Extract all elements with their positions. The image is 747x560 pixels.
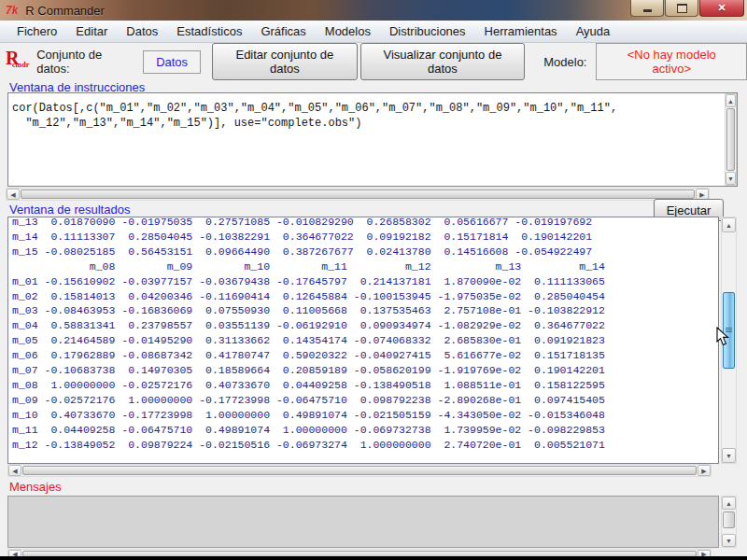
script-window[interactable]: cor(Datos[,c("m_01","m_02","m_03","m_04"…: [7, 92, 738, 187]
minimize-button[interactable]: [630, 0, 664, 17]
menu-fichero[interactable]: Fichero: [7, 21, 66, 41]
scrollbar-thumb[interactable]: [21, 189, 695, 199]
active-model-button[interactable]: <No hay modelo activo>: [596, 43, 747, 80]
output-line: m_01 -0.15610902 -0.03977157 -0.03679438…: [12, 274, 718, 289]
output-line: m_08 1.00000000 -0.02572176 0.40733670 0…: [12, 378, 718, 393]
arrow-left-icon: ◀: [12, 468, 17, 474]
toolbar: R cmdr Conjunto de datos: Datos Editar c…: [0, 44, 747, 79]
r-commander-window: { "window": { "title": "R Commander", "t…: [0, 0, 747, 560]
script-line: "m_12","m_13","m_14","m_15")], use="comp…: [12, 116, 737, 131]
minimize-icon: [643, 9, 652, 12]
scroll-down-button[interactable]: ▼: [722, 534, 736, 547]
scroll-down-button[interactable]: ▼: [722, 448, 736, 463]
menu-modelos[interactable]: Modelos: [316, 21, 380, 41]
close-icon: ✕: [717, 2, 726, 14]
scroll-left-button[interactable]: ◀: [7, 189, 20, 200]
messages-label: Mensajes: [9, 480, 62, 494]
view-dataset-button[interactable]: Visualizar conjunto de datos: [360, 43, 526, 80]
output-line: m_12 -0.13849052 0.09879224 -0.02150516 …: [12, 438, 718, 453]
tk-app-icon: 7k: [6, 4, 18, 17]
menu-editar[interactable]: Editar: [66, 21, 117, 41]
scroll-up-button[interactable]: ▲: [726, 94, 736, 107]
scroll-up-button[interactable]: ▲: [722, 497, 736, 510]
output-line: m_09 -0.02572176 1.00000000 -0.17723998 …: [12, 393, 718, 408]
arrow-down-icon: ▼: [726, 453, 732, 459]
scroll-right-button[interactable]: ▶: [698, 465, 711, 476]
scroll-down-button[interactable]: ▼: [726, 172, 736, 185]
arrow-up-icon: ▲: [727, 98, 734, 105]
arrow-right-icon: ▶: [699, 191, 704, 198]
output-line: m_14 0.11113307 0.28504045 -0.10382291 0…: [12, 230, 718, 245]
rcmdr-logo-sub: cmdr: [12, 61, 29, 70]
output-line: m_15 -0.08025185 0.56453151 0.09664490 0…: [12, 245, 718, 259]
menu-ayuda[interactable]: Ayuda: [567, 21, 620, 41]
messages-vertical-scrollbar[interactable]: ▲ ▼: [721, 496, 737, 548]
close-button[interactable]: ✕: [699, 0, 744, 17]
script-code: cor(Datos[,c("m_01","m_02","m_03","m_04"…: [8, 93, 737, 131]
edit-dataset-button[interactable]: Editar conjunto de datos: [212, 43, 358, 80]
output-line: m_10 0.40733670 -0.17723998 1.00000000 0…: [12, 408, 718, 423]
scroll-left-button[interactable]: ◀: [8, 465, 21, 476]
window-controls: ✕: [629, 0, 744, 17]
menu-datos[interactable]: Datos: [117, 21, 167, 41]
arrow-down-icon: ▼: [727, 175, 734, 182]
active-dataset-button[interactable]: Datos: [143, 50, 201, 74]
output-window-label: Ventana de resultados: [9, 203, 130, 217]
arrow-up-icon: ▲: [726, 222, 732, 229]
scrollbar-thumb[interactable]: [723, 511, 735, 528]
model-label: Modelo:: [543, 55, 586, 69]
window-title: R Commander: [25, 4, 105, 18]
output-line: m_04 0.58831341 0.23798557 0.03551139 -0…: [12, 318, 718, 333]
arrow-left-icon: ◀: [10, 191, 15, 198]
output-line: m_07 -0.10683738 0.14970305 0.18589664 0…: [12, 363, 718, 378]
menu-herramientas[interactable]: Herramientas: [475, 21, 567, 41]
arrow-down-icon: ▼: [726, 538, 732, 544]
output-horizontal-scrollbar[interactable]: ◀ ▶: [7, 464, 712, 477]
scrollbar-thumb[interactable]: [22, 466, 697, 475]
scroll-up-button[interactable]: ▲: [722, 217, 736, 232]
output-header-line: m_08 m_09 m_10 m_11 m_12 m_13 m_14: [12, 259, 718, 274]
menu-graficas[interactable]: Gráficas: [251, 21, 315, 41]
arrow-right-icon: ▶: [701, 468, 706, 474]
scrollbar-thumb[interactable]: [726, 108, 735, 171]
script-horizontal-scrollbar[interactable]: ◀ ▶: [6, 188, 710, 201]
output-window[interactable]: m_13 0.01870090 -0.01975035 0.27571085 -…: [7, 217, 719, 464]
script-line: cor(Datos[,c("m_01","m_02","m_03","m_04"…: [12, 101, 737, 116]
maximize-icon: [677, 4, 687, 13]
output-text: m_13 0.01870090 -0.01975035 0.27571085 -…: [8, 217, 718, 453]
output-line: m_02 0.15814013 0.04200346 -0.11690414 0…: [12, 289, 718, 304]
mouse-cursor-icon: [716, 327, 729, 346]
output-line: m_06 0.17962889 -0.08687342 0.41780747 0…: [12, 348, 718, 363]
menu-distribuciones[interactable]: Distribuciones: [380, 21, 475, 41]
rcmdr-logo-icon: R cmdr: [6, 53, 29, 70]
arrow-up-icon: ▲: [726, 500, 732, 507]
messages-window[interactable]: [7, 496, 719, 548]
dataset-label: Conjunto de datos:: [36, 48, 134, 76]
screen-bottom-strip: [0, 556, 747, 560]
maximize-button[interactable]: [665, 0, 698, 17]
output-line: m_05 0.21464589 -0.01495290 0.31133662 0…: [12, 333, 718, 348]
output-line: m_03 -0.08463953 -0.16836069 0.07550930 …: [12, 303, 718, 318]
title-bar[interactable]: 7k R Commander ✕: [0, 0, 747, 21]
menu-estadisticos[interactable]: Estadísticos: [167, 21, 251, 41]
script-vertical-scrollbar[interactable]: ▲ ▼: [725, 93, 737, 186]
output-line: m_11 0.04409258 -0.06475710 0.49891074 1…: [12, 423, 718, 438]
output-line: m_13 0.01870090 -0.01975035 0.27571085 -…: [12, 217, 718, 230]
menu-bar: Fichero Editar Datos Estadísticos Gráfic…: [0, 21, 747, 43]
